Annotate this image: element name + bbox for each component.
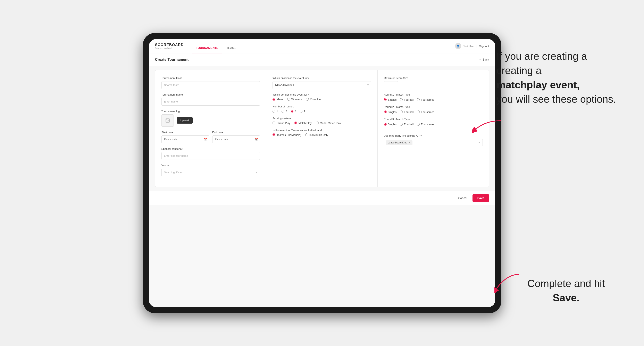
start-date-label: Start date [162,131,209,134]
annotation-top-text3: you will see these options. [496,94,616,105]
rounds-2[interactable]: 2 [282,110,287,113]
tablet-frame: SCOREBOARD Powered by clippit TOURNAMENT… [143,33,502,313]
annotation-bottom-bold: Save. [553,292,580,304]
page-header: Create Tournament ← Back [149,53,495,66]
annotation-bottom-text1: Complete and hit [528,278,605,289]
tournament-name-input[interactable] [162,98,260,106]
divider [384,130,483,130]
round3-options: Singles Fourball Foursomes [384,123,483,126]
main-content: Create Tournament ← Back Tournament Host… [149,53,495,307]
api-dropdown-icon: ▼ [478,141,480,144]
round3-foursomes[interactable]: Foursomes [417,123,434,126]
division-label: Which division is the event for? [272,77,371,80]
tournament-name-group: Tournament name [162,93,260,106]
start-date-calendar-icon: 📅 [204,138,207,141]
gender-womens[interactable]: Womens [287,98,302,101]
nav-separator: | [476,45,477,48]
round2-singles[interactable]: Singles [384,111,397,114]
scoring-label: Scoring system [272,117,371,120]
gender-combined[interactable]: Combined [306,98,322,101]
end-date-input[interactable] [212,136,260,143]
upload-button[interactable]: Upload [177,117,192,124]
logo-placeholder-icon [162,114,174,127]
tournament-logo-group: Tournament logo Upload [162,110,260,127]
annotation-top-text2: creating a [496,65,542,76]
round1-foursomes[interactable]: Foursomes [417,98,434,101]
division-group: Which division is the event for? NCAA Di… [272,77,371,89]
nav-tabs: TOURNAMENTS TEAMS [192,39,240,53]
round3-fourball[interactable]: Fourball [400,123,414,126]
teams-options: Teams (+Individuals) Individuals Only [272,133,371,137]
scoring-match-play[interactable]: Match Play [294,122,312,125]
scoring-stroke-play[interactable]: Stroke Play [272,122,290,125]
teams-plus-individuals[interactable]: Teams (+Individuals) [272,133,301,137]
brand-name: SCOREBOARD [155,43,184,47]
scoring-group: Scoring system Stroke Play Match Play Me… [272,117,371,125]
venue-group: Venue ▼ [162,164,260,176]
tournament-host-group: Tournament Host [162,77,260,89]
api-group: Use third-party live scoring API? Leader… [384,134,483,146]
annotation-bottom: Complete and hit Save. [509,276,624,305]
round2-fourball[interactable]: Fourball [400,111,414,114]
scoring-options: Stroke Play Match Play Medal Match Play [272,122,371,125]
venue-label: Venue [162,164,260,167]
round2-options: Singles Fourball Foursomes [384,111,483,114]
sponsor-group: Sponsor (optional) [162,147,260,160]
gender-options: Mens Womens Combined [272,98,371,101]
annotation-top: If you are creating a creating a matchpl… [496,49,628,106]
round1-label: Round 1 - Match Type [384,93,483,96]
sign-out-link[interactable]: Sign out [479,45,489,48]
logo-upload-area: Upload [162,114,260,127]
tournament-name-label: Tournament name [162,93,260,96]
round2-label: Round 2 - Match Type [384,105,483,108]
round3-match-type-group: Round 3 - Match Type Singles Fourball Fo… [384,118,483,126]
cancel-button[interactable]: Cancel [455,195,470,201]
powered-by: Powered by clippit [155,47,184,49]
back-button[interactable]: ← Back [479,58,489,61]
sponsor-label: Sponsor (optional) [162,147,260,150]
rounds-options: 1 2 3 4 [272,110,371,113]
save-button[interactable]: Save [472,194,489,202]
gender-mens-label: Mens [276,98,283,101]
round2-match-type-group: Round 2 - Match Type Singles Fourball Fo… [384,105,483,114]
round3-label: Round 3 - Match Type [384,118,483,121]
start-date-input[interactable] [162,136,209,143]
tournament-host-input[interactable] [162,81,260,89]
max-team-size-group: Maximum Team Size 5 [384,77,483,89]
rounds-1[interactable]: 1 [272,110,278,113]
page-title: Create Tournament [155,57,189,62]
rounds-group: Number of rounds 1 2 3 [272,105,371,113]
api-remove-button[interactable]: ✕ [408,141,411,144]
start-date-group: Start date 📅 [162,131,209,143]
scoring-medal-match-play[interactable]: Medal Match Play [316,122,341,125]
gender-combined-label: Combined [310,98,322,101]
gender-womens-label: Womens [291,98,302,101]
division-select[interactable]: NCAA Division I [272,81,371,89]
nav-right-section: 👤 Test User | Sign out [455,43,489,49]
api-select-wrap[interactable]: Leaderboard King ✕ ▼ [384,139,483,146]
gender-group: Which gender is the event for? Mens Wome… [272,93,371,101]
rounds-3[interactable]: 3 [291,110,296,113]
max-team-size-input[interactable]: 5 [384,81,398,89]
rounds-4[interactable]: 4 [300,110,305,113]
api-tag: Leaderboard King ✕ [386,140,412,145]
teams-individuals-label: Is this event for Teams and/or Individua… [272,129,371,132]
venue-input[interactable] [162,169,260,176]
create-tournament-form: Tournament Host Tournament name Tourname… [155,70,489,187]
round1-singles[interactable]: Singles [384,98,397,101]
arrow-to-save [494,272,519,293]
tab-tournaments[interactable]: TOURNAMENTS [192,46,222,53]
tab-teams[interactable]: TEAMS [222,46,240,53]
annotation-top-text1: If you are creating a [496,50,587,62]
svg-point-1 [166,120,167,120]
end-date-label: End date [212,131,260,134]
individuals-only[interactable]: Individuals Only [305,133,328,137]
form-column-middle: Which division is the event for? NCAA Di… [266,70,378,187]
round1-fourball[interactable]: Fourball [400,98,414,101]
round3-singles[interactable]: Singles [384,123,397,126]
gender-mens[interactable]: Mens [272,98,283,101]
dates-group: Start date 📅 End date 📅 [162,131,260,143]
navigation-bar: SCOREBOARD Powered by clippit TOURNAMENT… [149,39,495,53]
sponsor-input[interactable] [162,152,260,160]
round2-foursomes[interactable]: Foursomes [417,111,434,114]
